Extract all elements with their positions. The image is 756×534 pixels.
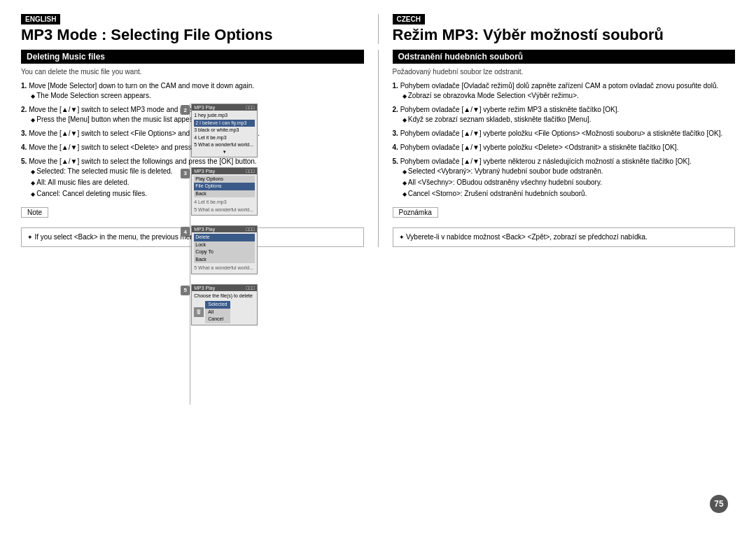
screen4-num: 4 (181, 227, 190, 237)
czech-note-box: Vyberete-li v nabídce možnost <Back> <Zp… (393, 227, 736, 247)
czech-intro: Požadovaný hudební soubor lze odstranit. (393, 68, 736, 76)
vertical-divider (190, 104, 190, 405)
english-step-1: 1. Move [Mode Selector] down to turn on … (21, 81, 364, 101)
czech-column: Odstranění hudebních souborů Požadovaný … (379, 50, 736, 247)
mp3-screen-5: MP3 Play □□□ Choose the file(s) to delet… (191, 284, 258, 325)
czech-badge: CZECH (393, 14, 425, 24)
page: ENGLISH MP3 Mode : Selecting File Option… (0, 0, 756, 534)
czech-step-2: 2. Pohybem ovladače [▲/▼] vyberte režim … (393, 105, 736, 125)
screen2-num: 2 (181, 105, 190, 115)
czech-step-5: 5. Pohybem ovladače [▲/▼] vyberte někter… (393, 157, 736, 199)
english-main-title: MP3 Mode : Selecting File Options (21, 26, 364, 44)
page-number: 75 (710, 495, 728, 513)
czech-note-label: Poznámka (393, 207, 438, 218)
czech-main-title: Režim MP3: Výběr možností souborů (393, 26, 736, 44)
english-note-label: Note (21, 207, 48, 218)
mp3-screen-2: MP3 Play □□□ 1 hey jude.mp3 2 I believe … (191, 104, 258, 157)
mp3-screen-3: MP3 Play □□□ Play Options File Options B… (191, 167, 258, 216)
czech-note-text: Vyberete-li v nabídce možnost <Back> <Zp… (399, 232, 729, 242)
mp3-screens: 2 MP3 Play □□□ 1 hey jude.mp3 2 I believ… (181, 104, 258, 331)
czech-step-1: 1. Pohybem ovladače [Ovladač režimů] dol… (393, 81, 736, 101)
czech-note: Poznámka Vyberete-li v nabídce možnost <… (393, 207, 736, 247)
english-section-header: Deleting Music files (21, 50, 364, 64)
czech-title-block: CZECH Režim MP3: Výběr možností souborů (379, 14, 736, 44)
czech-section-header: Odstranění hudebních souborů (393, 50, 736, 64)
main-content: Deleting Music files You can delete the … (21, 50, 735, 247)
english-intro: You can delete the music file you want. (21, 68, 364, 76)
czech-step-4: 4. Pohybem ovladače [▲/▼] vyberte položk… (393, 143, 736, 153)
mp3-screen-4: MP3 Play □□□ Delete Lock Copy To Back 5 … (191, 225, 258, 274)
screen5-num: 5 (181, 286, 190, 295)
english-title-block: ENGLISH MP3 Mode : Selecting File Option… (21, 14, 379, 44)
screen3-num: 3 (181, 169, 190, 178)
english-badge: ENGLISH (21, 14, 60, 24)
czech-step-3: 3. Pohybem ovladače [▲/▼] vyberte položk… (393, 129, 736, 139)
titles-row: ENGLISH MP3 Mode : Selecting File Option… (21, 14, 735, 44)
